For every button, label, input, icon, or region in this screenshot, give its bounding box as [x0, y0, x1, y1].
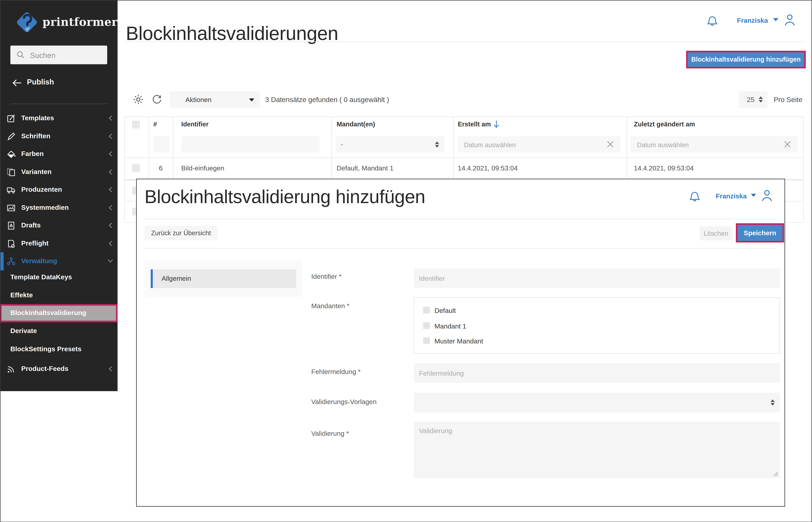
clear-filter-x-icon[interactable] [784, 140, 791, 148]
notifications-bell-icon[interactable] [689, 189, 701, 203]
sidebar-item-preflight[interactable]: Preflight [0, 235, 118, 252]
select-all-checkbox[interactable] [132, 121, 140, 128]
tab-allgemein[interactable]: Allgemein [151, 269, 296, 288]
sidebar-item-label: Product-Feeds [21, 360, 68, 378]
arrow-left-icon [12, 78, 22, 87]
org-chart-icon [6, 256, 16, 266]
sidebar-item-effekte[interactable]: Effekte [0, 286, 118, 304]
user-avatar-icon[interactable] [760, 188, 774, 203]
validierung-textarea[interactable] [414, 422, 780, 478]
identifier-filter [181, 136, 319, 153]
notifications-bell-icon[interactable] [706, 14, 718, 27]
user-menu-caret-icon[interactable] [751, 194, 756, 197]
brand-name: printformer [42, 16, 118, 28]
column-header-erstellt-am[interactable]: Erstellt am [458, 116, 491, 133]
fehlermeldung-field [414, 363, 780, 383]
paint-bucket-icon [6, 149, 16, 159]
pdf-document-icon [6, 221, 16, 230]
chevron-left-icon [108, 151, 113, 157]
mandant-filter-value: - [341, 136, 343, 153]
chevron-left-icon [108, 222, 113, 228]
sidebar-item-label: Derivate [11, 322, 37, 340]
sidebar-item-label: Systemmedien [21, 199, 69, 217]
back-publish-label: Publish [27, 78, 54, 86]
mandant-option[interactable]: Muster Mandant [414, 335, 780, 348]
fehlermeldung-input[interactable] [414, 363, 780, 383]
add-blockinhaltsvalidierung-button[interactable]: Blockinhaltsvalidierung hinzufügen [688, 52, 804, 67]
sidebar-divider [11, 104, 107, 104]
modified-date-input[interactable] [636, 136, 784, 154]
modified-date-filter[interactable] [631, 136, 797, 153]
sidebar-item-template-datakeys[interactable]: Template DataKeys [0, 268, 118, 286]
clear-filter-x-icon[interactable] [606, 140, 614, 148]
modal-divider [145, 219, 776, 219]
sidebar-item-verwaltung[interactable]: Verwaltung [0, 252, 118, 270]
cell-mandanten: Default, Mandant 1 [337, 157, 394, 179]
actions-dropdown-label: Aktionen [185, 91, 212, 108]
search-input[interactable] [29, 46, 106, 65]
checkbox[interactable] [423, 337, 430, 344]
sidebar-item-product-feeds[interactable]: Product-Feeds [0, 360, 118, 378]
dropdown-caret-icon [249, 98, 254, 102]
sidebar-item-label: Produzenten [21, 181, 62, 199]
mandant-option[interactable]: Default [414, 304, 780, 318]
chevron-left-icon [108, 115, 113, 121]
document-check-icon [6, 239, 16, 248]
save-button[interactable]: Speichern [737, 225, 783, 241]
mandant-option-label: Mandant 1 [434, 320, 466, 333]
chevron-left-icon [108, 240, 113, 246]
identifier-input[interactable] [414, 268, 780, 288]
sidebar-item-schriften[interactable]: Schriften [0, 127, 118, 145]
sidebar-item-label: Schriften [21, 127, 50, 145]
row-checkbox[interactable] [132, 164, 140, 172]
per-page-label: Pro Seite [774, 91, 803, 108]
printformer-logo-icon [15, 10, 39, 35]
settings-gear-icon[interactable] [132, 94, 144, 105]
sidebar-item-templates[interactable]: Templates [0, 109, 118, 127]
mandant-option[interactable]: Mandant 1 [414, 320, 780, 333]
delete-button[interactable]: Löschen [700, 226, 732, 240]
modal-title: Blockinhaltsvalidierung hinzufügen [145, 186, 425, 208]
sidebar-back-publish[interactable]: Publish [0, 75, 118, 91]
chevron-left-icon [108, 365, 113, 372]
user-name[interactable]: Franziska [716, 192, 747, 200]
back-to-overview-button[interactable]: Zurück zur Übersicht [145, 226, 217, 240]
sidebar-item-label: Template DataKeys [11, 268, 72, 286]
checkbox[interactable] [423, 322, 430, 329]
mandant-filter-select[interactable]: - [335, 136, 444, 153]
cell-identifier: Bild-einfuegen [181, 157, 224, 179]
user-name[interactable]: Franziska [737, 17, 768, 24]
rss-feed-icon [6, 364, 16, 374]
sidebar-item-label: Effekte [11, 286, 33, 304]
actions-dropdown[interactable]: Aktionen [170, 91, 260, 108]
column-header-num[interactable]: # [153, 116, 157, 133]
chevron-left-icon [108, 186, 113, 193]
sidebar-item-derivate[interactable]: Derivate [0, 322, 118, 340]
sidebar-item-drafts[interactable]: Drafts [0, 217, 118, 235]
column-header-geaendert-am[interactable]: Zuletzt geändert am [634, 116, 695, 133]
user-menu-caret-icon[interactable] [773, 18, 778, 21]
sidebar-item-varianten[interactable]: Varianten [0, 163, 118, 181]
resize-handle-icon[interactable] [773, 471, 778, 477]
sidebar-item-blocksettings-presets[interactable]: BlockSettings Presets [0, 340, 118, 358]
refresh-icon[interactable] [151, 94, 163, 105]
created-date-input[interactable] [463, 136, 607, 154]
vorlagen-select[interactable] [414, 393, 780, 412]
created-date-filter[interactable] [458, 136, 620, 153]
sort-descending-icon[interactable] [493, 120, 500, 128]
tab-label: Allgemein [162, 269, 191, 288]
column-header-mandanten[interactable]: Mandant(en) [337, 116, 375, 133]
sidebar-item-blockinhaltsvalidierung-active[interactable]: Blockinhaltsvalidierung [0, 304, 118, 322]
user-avatar-icon[interactable] [783, 13, 796, 27]
table-border [803, 116, 804, 222]
num-filter-cell [153, 136, 169, 153]
sidebar-item-farben[interactable]: Farben [0, 145, 118, 163]
checkbox[interactable] [423, 307, 430, 314]
page-size-select[interactable]: 25 [739, 91, 767, 108]
identifier-filter-input[interactable] [186, 136, 306, 154]
sidebar-item-systemmedien[interactable]: Systemmedien [0, 199, 118, 217]
sidebar-item-produzenten[interactable]: Produzenten [0, 181, 118, 199]
page-title: Blockinhaltsvalidierungen [126, 23, 338, 44]
column-header-identifier[interactable]: Identifier [181, 116, 209, 133]
copy-variants-icon [6, 167, 16, 177]
